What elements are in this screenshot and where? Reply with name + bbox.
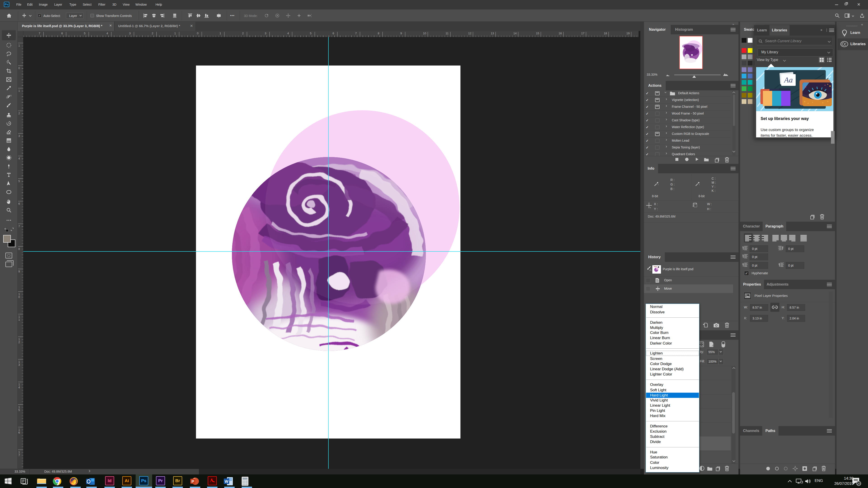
svg-text:P: P xyxy=(191,480,194,484)
svg-text:20: 20 xyxy=(857,482,860,485)
svg-text:Aa: Aa xyxy=(784,76,793,84)
svg-text:W: W xyxy=(225,480,228,484)
